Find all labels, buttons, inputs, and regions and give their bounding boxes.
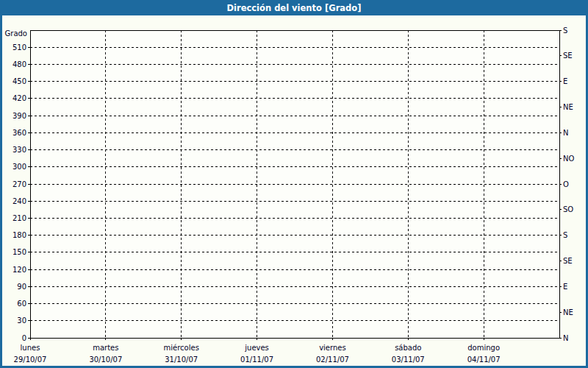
y-tick-label: 0 <box>22 334 26 342</box>
y-tick-label: 90 <box>17 283 26 291</box>
compass-label: S <box>563 231 567 239</box>
day-name-label: jueves <box>244 344 269 352</box>
y-axis-title: Grado <box>5 29 27 38</box>
y-tick-label: 30 <box>17 316 26 325</box>
compass-label: SO <box>563 205 573 213</box>
y-tick-label: 210 <box>12 214 26 222</box>
day-name-label: sábado <box>395 344 421 352</box>
compass-label: E <box>563 283 567 291</box>
compass-label: NO <box>563 155 574 163</box>
day-name-label: miércoles <box>164 344 199 352</box>
y-tick-label: 480 <box>12 60 26 68</box>
day-date-label: 31/10/07 <box>165 355 198 364</box>
y-tick-label: 270 <box>12 180 26 188</box>
y-tick-label: 60 <box>17 300 26 308</box>
day-name-label: lunes <box>21 344 40 352</box>
y-tick-label: 240 <box>12 197 26 205</box>
y-tick-label: 180 <box>12 231 26 239</box>
y-tick-label: 510 <box>12 43 26 52</box>
y-tick-label: 360 <box>12 129 26 137</box>
compass-label: NE <box>563 308 573 316</box>
y-tick-label: 120 <box>12 266 26 274</box>
compass-label: O <box>563 180 569 188</box>
day-date-label: 04/11/07 <box>467 355 501 364</box>
day-name-label: martes <box>93 344 118 352</box>
day-name-label: viernes <box>319 344 345 352</box>
y-tick-label: 150 <box>12 248 26 256</box>
compass-label: N <box>563 334 568 342</box>
chart-window: Dirección del viento [Grado] 03060901201… <box>0 0 588 368</box>
y-tick-label: 420 <box>12 94 26 102</box>
day-name-label: domingo <box>467 344 500 352</box>
compass-label: S <box>563 26 567 35</box>
compass-label: E <box>563 77 567 85</box>
day-date-label: 29/10/07 <box>14 355 47 364</box>
compass-label: SE <box>563 257 573 265</box>
compass-label: SE <box>563 52 573 60</box>
day-date-label: 30/10/07 <box>89 355 122 364</box>
day-date-label: 02/11/07 <box>316 355 349 364</box>
day-date-label: 03/11/07 <box>392 355 425 364</box>
y-tick-label: 300 <box>12 163 26 171</box>
y-tick-label: 330 <box>12 146 26 154</box>
day-date-label: 01/11/07 <box>240 355 273 364</box>
wind-direction-chart: 0306090120150180210240270300330360390420… <box>0 0 588 368</box>
y-tick-label: 390 <box>12 112 26 120</box>
compass-label: N <box>563 129 568 137</box>
y-tick-label: 450 <box>12 77 26 85</box>
compass-label: NE <box>563 103 573 111</box>
